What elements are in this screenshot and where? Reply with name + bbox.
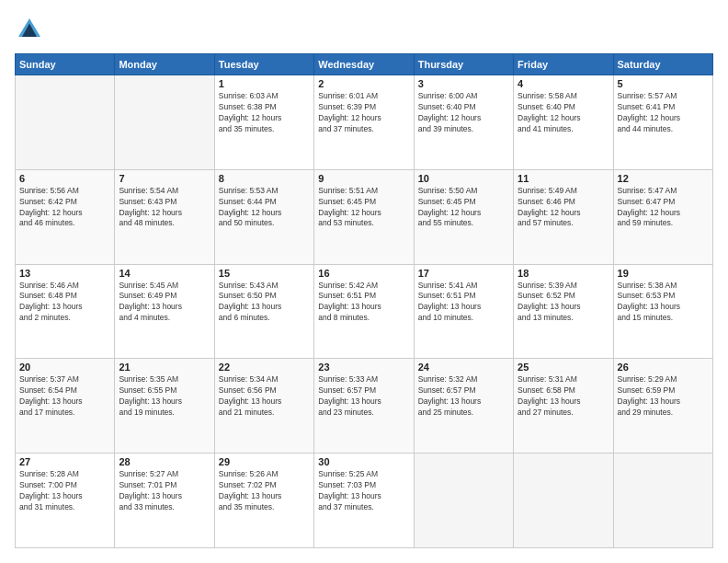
day-info: Sunrise: 5:58 AM Sunset: 6:40 PM Dayligh… [518,91,609,135]
table-row: 23Sunrise: 5:33 AM Sunset: 6:57 PM Dayli… [314,359,414,454]
col-thursday: Thursday [414,54,513,75]
day-info: Sunrise: 5:37 AM Sunset: 6:54 PM Dayligh… [19,374,110,419]
calendar-week-row: 6Sunrise: 5:56 AM Sunset: 6:42 PM Daylig… [16,169,713,264]
calendar-header-row: Sunday Monday Tuesday Wednesday Thursday… [16,54,713,75]
day-info: Sunrise: 5:38 AM Sunset: 6:53 PM Dayligh… [618,281,709,325]
table-row: 10Sunrise: 5:50 AM Sunset: 6:45 PM Dayli… [414,169,513,264]
day-info: Sunrise: 6:00 AM Sunset: 6:40 PM Dayligh… [418,91,509,135]
day-info: Sunrise: 5:35 AM Sunset: 6:55 PM Dayligh… [119,374,210,419]
calendar-week-row: 27Sunrise: 5:28 AM Sunset: 7:00 PM Dayli… [16,454,713,548]
day-info: Sunrise: 5:32 AM Sunset: 6:57 PM Dayligh… [418,374,509,419]
day-number: 25 [518,362,609,373]
day-info: Sunrise: 5:27 AM Sunset: 7:01 PM Dayligh… [119,469,210,513]
day-info: Sunrise: 5:25 AM Sunset: 7:03 PM Dayligh… [318,469,409,513]
table-row: 18Sunrise: 5:39 AM Sunset: 6:52 PM Dayli… [514,264,613,359]
day-info: Sunrise: 5:39 AM Sunset: 6:52 PM Dayligh… [518,281,609,325]
table-row: 29Sunrise: 5:26 AM Sunset: 7:02 PM Dayli… [214,454,313,548]
table-row: 8Sunrise: 5:53 AM Sunset: 6:44 PM Daylig… [214,169,313,264]
day-info: Sunrise: 5:56 AM Sunset: 6:42 PM Dayligh… [19,186,110,230]
day-info: Sunrise: 5:42 AM Sunset: 6:51 PM Dayligh… [318,281,409,325]
table-row: 19Sunrise: 5:38 AM Sunset: 6:53 PM Dayli… [613,264,712,359]
table-row [16,75,115,170]
table-row: 16Sunrise: 5:42 AM Sunset: 6:51 PM Dayli… [314,264,414,359]
table-row: 30Sunrise: 5:25 AM Sunset: 7:03 PM Dayli… [314,454,414,548]
calendar-week-row: 1Sunrise: 6:03 AM Sunset: 6:38 PM Daylig… [16,75,713,170]
day-number: 16 [318,268,409,279]
day-info: Sunrise: 5:26 AM Sunset: 7:02 PM Dayligh… [219,469,310,513]
col-monday: Monday [115,54,214,75]
day-number: 27 [19,456,110,467]
table-row [514,454,613,548]
table-row: 4Sunrise: 5:58 AM Sunset: 6:40 PM Daylig… [514,75,613,170]
day-number: 6 [19,173,110,184]
day-info: Sunrise: 6:01 AM Sunset: 6:39 PM Dayligh… [318,91,409,135]
col-friday: Friday [514,54,613,75]
day-number: 9 [318,173,409,184]
day-number: 20 [19,362,110,373]
table-row: 15Sunrise: 5:43 AM Sunset: 6:50 PM Dayli… [214,264,313,359]
table-row: 1Sunrise: 6:03 AM Sunset: 6:38 PM Daylig… [214,75,313,170]
logo-icon [15,15,44,44]
table-row: 5Sunrise: 5:57 AM Sunset: 6:41 PM Daylig… [613,75,712,170]
table-row: 7Sunrise: 5:54 AM Sunset: 6:43 PM Daylig… [115,169,214,264]
day-number: 30 [318,456,409,467]
day-info: Sunrise: 5:29 AM Sunset: 6:59 PM Dayligh… [618,374,709,419]
day-number: 5 [618,78,709,89]
col-sunday: Sunday [16,54,115,75]
table-row: 6Sunrise: 5:56 AM Sunset: 6:42 PM Daylig… [16,169,115,264]
table-row [414,454,513,548]
calendar-table: Sunday Monday Tuesday Wednesday Thursday… [15,53,713,548]
day-number: 1 [219,78,310,89]
day-info: Sunrise: 5:57 AM Sunset: 6:41 PM Dayligh… [618,91,709,135]
day-number: 21 [119,362,210,373]
col-tuesday: Tuesday [214,54,313,75]
day-info: Sunrise: 5:50 AM Sunset: 6:45 PM Dayligh… [418,186,509,230]
table-row: 21Sunrise: 5:35 AM Sunset: 6:55 PM Dayli… [115,359,214,454]
table-row: 2Sunrise: 6:01 AM Sunset: 6:39 PM Daylig… [314,75,414,170]
day-number: 3 [418,78,509,89]
table-row: 17Sunrise: 5:41 AM Sunset: 6:51 PM Dayli… [414,264,513,359]
calendar-week-row: 13Sunrise: 5:46 AM Sunset: 6:48 PM Dayli… [16,264,713,359]
day-number: 22 [219,362,310,373]
day-number: 15 [219,268,310,279]
table-row: 28Sunrise: 5:27 AM Sunset: 7:01 PM Dayli… [115,454,214,548]
day-info: Sunrise: 5:51 AM Sunset: 6:45 PM Dayligh… [318,186,409,230]
day-number: 23 [318,362,409,373]
day-info: Sunrise: 5:31 AM Sunset: 6:58 PM Dayligh… [518,374,609,419]
day-number: 17 [418,268,509,279]
day-number: 7 [119,173,210,184]
day-number: 10 [418,173,509,184]
table-row [115,75,214,170]
table-row: 22Sunrise: 5:34 AM Sunset: 6:56 PM Dayli… [214,359,313,454]
table-row: 12Sunrise: 5:47 AM Sunset: 6:47 PM Dayli… [613,169,712,264]
day-info: Sunrise: 5:46 AM Sunset: 6:48 PM Dayligh… [19,281,110,325]
day-info: Sunrise: 5:33 AM Sunset: 6:57 PM Dayligh… [318,374,409,419]
day-number: 26 [618,362,709,373]
table-row: 11Sunrise: 5:49 AM Sunset: 6:46 PM Dayli… [514,169,613,264]
day-number: 11 [518,173,609,184]
day-info: Sunrise: 5:43 AM Sunset: 6:50 PM Dayligh… [219,281,310,325]
table-row: 14Sunrise: 5:45 AM Sunset: 6:49 PM Dayli… [115,264,214,359]
day-info: Sunrise: 5:34 AM Sunset: 6:56 PM Dayligh… [219,374,310,419]
col-saturday: Saturday [613,54,712,75]
table-row: 27Sunrise: 5:28 AM Sunset: 7:00 PM Dayli… [16,454,115,548]
day-number: 24 [418,362,509,373]
table-row: 3Sunrise: 6:00 AM Sunset: 6:40 PM Daylig… [414,75,513,170]
day-info: Sunrise: 5:53 AM Sunset: 6:44 PM Dayligh… [219,186,310,230]
day-info: Sunrise: 5:45 AM Sunset: 6:49 PM Dayligh… [119,281,210,325]
table-row: 25Sunrise: 5:31 AM Sunset: 6:58 PM Dayli… [514,359,613,454]
day-number: 4 [518,78,609,89]
table-row: 20Sunrise: 5:37 AM Sunset: 6:54 PM Dayli… [16,359,115,454]
table-row: 26Sunrise: 5:29 AM Sunset: 6:59 PM Dayli… [613,359,712,454]
day-number: 12 [618,173,709,184]
day-number: 18 [518,268,609,279]
day-number: 19 [618,268,709,279]
table-row: 24Sunrise: 5:32 AM Sunset: 6:57 PM Dayli… [414,359,513,454]
day-info: Sunrise: 5:28 AM Sunset: 7:00 PM Dayligh… [19,469,110,513]
page: Sunday Monday Tuesday Wednesday Thursday… [0,0,728,563]
day-info: Sunrise: 5:49 AM Sunset: 6:46 PM Dayligh… [518,186,609,230]
logo [15,15,48,44]
day-info: Sunrise: 5:41 AM Sunset: 6:51 PM Dayligh… [418,281,509,325]
day-info: Sunrise: 5:54 AM Sunset: 6:43 PM Dayligh… [119,186,210,230]
table-row: 9Sunrise: 5:51 AM Sunset: 6:45 PM Daylig… [314,169,414,264]
